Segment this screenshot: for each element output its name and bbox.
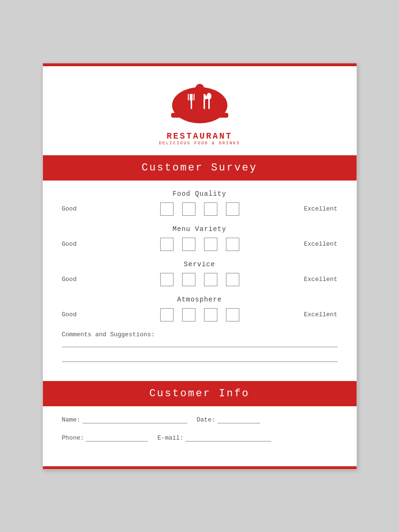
service-cb-3[interactable] [204,273,217,286]
name-input-line[interactable] [82,416,187,423]
survey-section: Food Quality Good Excellent Menu Variety… [43,181,357,381]
svg-point-1 [195,84,204,92]
menu-variety-cb-2[interactable] [182,238,195,251]
info-section: Name: Date: Phone: E-mail: [43,406,357,466]
svg-point-11 [206,93,211,100]
atmosphere-good: Good [62,311,95,318]
svg-rect-5 [190,94,191,100]
menu-variety-title: Menu Variety [62,225,338,233]
atmosphere-cb-4[interactable] [226,308,239,321]
comment-line-2 [62,361,338,362]
atmosphere-cb-2[interactable] [182,308,195,321]
atmosphere-cb-1[interactable] [160,308,174,321]
email-field: E-mail: [157,434,271,442]
svg-rect-6 [192,94,193,100]
service-excellent: Excellent [304,276,338,283]
date-input-line[interactable] [217,416,260,423]
service-checkboxes [95,273,304,286]
comments-label: Comments and Suggestions: [62,331,338,338]
svg-rect-2 [171,113,228,118]
menu-variety-cb-1[interactable] [160,238,174,251]
food-quality-title: Food Quality [62,190,338,198]
restaurant-name: RESTAURANT [52,131,347,141]
food-quality-cb-2[interactable] [182,202,195,216]
food-quality-excellent: Excellent [304,205,338,212]
svg-rect-8 [204,94,205,109]
customer-info-banner: Customer Info [43,381,357,406]
menu-variety-cb-3[interactable] [204,238,217,251]
food-quality-row: Good Excellent [62,202,338,216]
restaurant-tagline: DELICIOUS FOOD & DRINKS [52,141,347,146]
phone-label: Phone: [62,434,84,442]
service-row: Good Excellent [62,273,338,286]
phone-email-row: Phone: E-mail: [62,434,338,442]
menu-variety-checkboxes [95,238,304,251]
svg-rect-7 [194,94,194,100]
customer-survey-banner: Customer Survey [43,155,357,181]
phone-input-line[interactable] [86,434,148,442]
service-title: Service [62,261,338,268]
svg-point-0 [172,87,227,123]
svg-rect-10 [208,99,210,109]
svg-rect-4 [188,94,189,100]
comment-line-1 [62,347,338,347]
food-quality-cb-3[interactable] [204,202,217,216]
service-cb-2[interactable] [182,273,195,286]
logo-section: RESTAURANT DELICIOUS FOOD & DRINKS [43,66,357,155]
survey-page: RESTAURANT DELICIOUS FOOD & DRINKS Custo… [42,63,357,470]
menu-variety-excellent: Excellent [304,241,338,248]
service-good: Good [62,276,95,283]
bottom-border [43,466,357,469]
email-input-line[interactable] [185,434,271,442]
atmosphere-excellent: Excellent [304,311,338,318]
atmosphere-checkboxes [95,308,304,321]
name-label: Name: [62,416,81,423]
atmosphere-cb-3[interactable] [204,308,217,321]
food-quality-good: Good [62,205,95,212]
food-quality-cb-1[interactable] [160,202,174,216]
food-quality-checkboxes [95,202,304,216]
menu-variety-good: Good [62,241,95,248]
atmosphere-row: Good Excellent [62,308,338,321]
atmosphere-title: Atmosphere [62,296,338,303]
phone-field: Phone: [62,434,148,442]
date-field: Date: [197,416,260,423]
restaurant-logo-icon [169,80,231,123]
menu-variety-cb-4[interactable] [226,238,239,251]
service-cb-1[interactable] [160,273,174,286]
service-cb-4[interactable] [226,273,239,286]
name-field: Name: [62,416,187,423]
email-label: E-mail: [157,434,184,442]
food-quality-cb-4[interactable] [226,202,239,216]
menu-variety-row: Good Excellent [62,238,338,251]
name-date-row: Name: Date: [62,416,338,423]
date-label: Date: [197,416,215,423]
